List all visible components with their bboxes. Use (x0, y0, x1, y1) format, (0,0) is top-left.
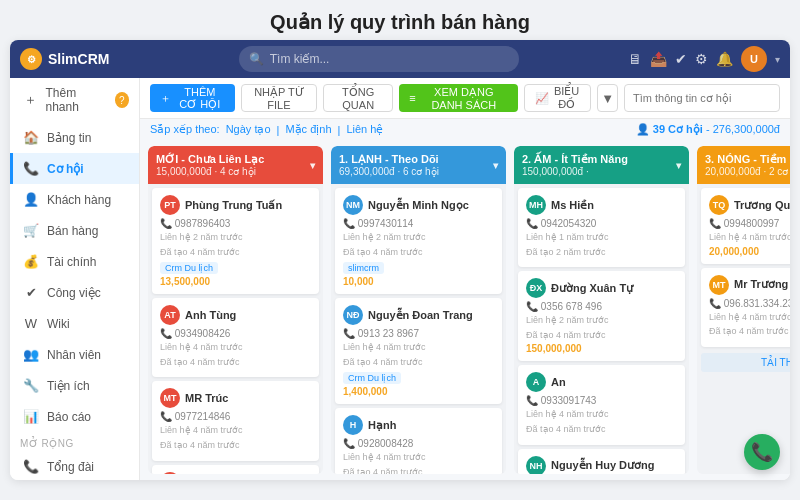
sidebar-item-ban-hang[interactable]: 🛒 Bán hàng (10, 215, 139, 246)
kanban-card[interactable]: AT Anh Tùng 📞 0934908426 Liên hệ 4 năm t… (152, 298, 319, 377)
card-created: Đã tạo 4 năm trước (160, 246, 311, 259)
card-created: Đã tạo 4 năm trước (160, 356, 311, 369)
sidebar-item-tien-ich[interactable]: 🔧 Tiện ích (10, 370, 139, 401)
see-more-button[interactable]: TẢI THÊM (701, 353, 790, 372)
settings-icon[interactable]: ⚙ (695, 51, 708, 67)
kanban-card[interactable]: PT Phùng Trung Tuấn 📞 0987896403 Liên hệ… (152, 188, 319, 294)
sidebar-item-tong-dai[interactable]: 📞 Tổng đài (10, 451, 139, 480)
col-header: 1. LẠNH - Theo Dõi 69,300,000đ · 6 cơ hộ… (331, 146, 506, 184)
phone-icon: 📞 (23, 161, 39, 176)
kanban-card[interactable]: NM Nguyễn Minh Ngọc 📞 0997430114 Liên hệ… (335, 188, 502, 294)
nhap-tu-file-button[interactable]: NHẬP TỪ FILE (241, 84, 317, 112)
card-contact: Liên hệ 4 năm trước (343, 451, 494, 464)
sidebar-item-label: Cơ hội (47, 162, 84, 176)
card-created: Đã tạo 4 năm trước (526, 423, 677, 436)
page-title: Quản lý quy trình bán hàng (270, 11, 530, 33)
kanban-card[interactable]: NĐ Nguyễn Đoan Trang 📞 0913 23 8967 Liên… (335, 298, 502, 404)
sidebar-item-wiki[interactable]: W Wiki (10, 308, 139, 339)
bieu-do-button[interactable]: 📈 BIỂU ĐỒ (524, 84, 591, 112)
tong-quan-button[interactable]: TỔNG QUAN (323, 84, 393, 112)
sidebar-item-label: Wiki (47, 317, 70, 331)
chevron-icon[interactable]: ▾ (493, 160, 498, 171)
team-icon: 👥 (23, 347, 39, 362)
money-icon: 💰 (23, 254, 39, 269)
kanban-card[interactable]: MT MR Trúc 📞 0977214846 Liên hệ 4 năm tr… (152, 381, 319, 460)
sidebar: ＋ Thêm nhanh ? 🏠 Bảng tin 📞 Cơ hội 👤 Khá… (10, 78, 140, 480)
card-avatar: NH (526, 456, 546, 474)
card-name: A An (526, 372, 677, 392)
sort-mac-dinh[interactable]: Mặc định (285, 123, 331, 136)
kanban-column-col-moi: MỚI - Chưa Liên Lạc 15,000,000đ · 4 cơ h… (148, 146, 323, 474)
sidebar-item-cong-viec[interactable]: ✔ Công việc (10, 277, 139, 308)
chevron-down-icon[interactable]: ▾ (775, 54, 780, 65)
sidebar-item-label: Công việc (47, 286, 101, 300)
card-avatar: A (526, 372, 546, 392)
card-phone: 📞 0987896403 (160, 218, 311, 229)
sort-ngay-tao[interactable]: Ngày tạo (226, 123, 271, 136)
floating-call-button[interactable]: 📞 (744, 434, 780, 470)
kanban-card[interactable]: NH Nguyễn Huy Dương 📞 0903 255 750 Liên … (518, 449, 685, 474)
kanban-column-col-nong: 3. NÓNG - Tiềm Năng 20,000,000đ · 2 cơ h… (697, 146, 790, 474)
page-title-bar: Quản lý quy trình bán hàng (0, 0, 800, 40)
chevron-icon[interactable]: ▾ (676, 160, 681, 171)
logo: ⚙ SlimCRM (20, 48, 109, 70)
card-avatar: LV (160, 472, 180, 474)
sidebar-item-label: Tổng đài (47, 460, 94, 474)
chevron-icon[interactable]: ▾ (310, 160, 315, 171)
card-phone: 📞 096.831.334.236 (709, 298, 790, 309)
search-bar[interactable]: 🔍 Tìm kiếm... (239, 46, 519, 72)
plus-icon: ＋ (160, 91, 171, 106)
xem-dang-danh-sach-button[interactable]: ≡ XEM DẠNG DANH SÁCH (399, 84, 518, 112)
screen-icon[interactable]: 🖥 (628, 51, 642, 67)
home-icon: 🏠 (23, 130, 39, 145)
sidebar-item-bao-cao[interactable]: 📊 Báo cáo (10, 401, 139, 432)
card-contact: Liên hệ 2 năm trước (160, 231, 311, 244)
avatar[interactable]: U (741, 46, 767, 72)
search-icon: 🔍 (249, 52, 264, 66)
kanban-card[interactable]: MH Ms Hiền 📞 0942054320 Liên hệ 1 năm tr… (518, 188, 685, 267)
share-icon[interactable]: 📤 (650, 51, 667, 67)
sidebar-item-tai-chinh[interactable]: 💰 Tài chính (10, 246, 139, 277)
card-amount: 13,500,000 (160, 276, 311, 287)
list-icon: ≡ (409, 92, 415, 104)
card-phone: 📞 0356 678 496 (526, 301, 677, 312)
sidebar-item-co-hoi[interactable]: 📞 Cơ hội (10, 153, 139, 184)
kanban-card[interactable]: H Hạnh 📞 0928008428 Liên hệ 4 năm trước … (335, 408, 502, 474)
card-avatar: PT (160, 195, 180, 215)
sort-bar: Sắp xếp theo: Ngày tạo | Mặc định | Liên… (140, 119, 790, 140)
sidebar-item-label: Tài chính (47, 255, 96, 269)
kanban-card[interactable]: A An 📞 0933091743 Liên hệ 4 năm trước Đã… (518, 365, 685, 444)
card-phone: 📞 0994800997 (709, 218, 790, 229)
kanban-card[interactable]: ĐX Đường Xuân Tự 📞 0356 678 496 Liên hệ … (518, 271, 685, 361)
kanban-card[interactable]: MT Mr Trương Quang Vinh 📞 096.831.334.23… (701, 268, 790, 347)
card-name: ĐX Đường Xuân Tự (526, 278, 677, 298)
them-co-hoi-button[interactable]: ＋ THÊM CƠ HỘI (150, 84, 235, 112)
card-avatar: AT (160, 305, 180, 325)
sidebar-item-nhan-vien[interactable]: 👥 Nhân viên (10, 339, 139, 370)
col-title: MỚI - Chưa Liên Lạc 15,000,000đ · 4 cơ h… (156, 153, 310, 177)
card-name: TQ Trương Quang Khải (709, 195, 790, 215)
kanban-card[interactable]: LV Lưu Văn Hải 📞 0966213497 Liên hệ 4 nă… (152, 465, 319, 474)
sidebar-item-them-nhanh[interactable]: ＋ Thêm nhanh ? (10, 78, 139, 122)
card-avatar: MT (160, 388, 180, 408)
card-phone: 📞 0928008428 (343, 438, 494, 449)
filter-button[interactable]: ▼ (597, 84, 618, 112)
col-body: TQ Trương Quang Khải 📞 0994800997 Liên h… (697, 184, 790, 474)
card-contact: Liên hệ 1 năm trước (526, 231, 677, 244)
card-tag: Crm Du lịch (160, 262, 218, 274)
bell-icon[interactable]: 🔔 (716, 51, 733, 67)
card-created: Đã tạo 4 năm trước (343, 466, 494, 474)
kanban-card[interactable]: TQ Trương Quang Khải 📞 0994800997 Liên h… (701, 188, 790, 264)
search-co-hoi-input[interactable] (624, 84, 780, 112)
card-avatar: ĐX (526, 278, 546, 298)
sidebar-item-khach-hang[interactable]: 👤 Khách hàng (10, 184, 139, 215)
sidebar-item-label: Khách hàng (47, 193, 111, 207)
col-header: 3. NÓNG - Tiềm Năng 20,000,000đ · 2 cơ h… (697, 146, 790, 184)
card-amount: 150,000,000 (526, 343, 677, 354)
card-contact: Liên hệ 4 năm trước (343, 341, 494, 354)
sidebar-item-bang-tin[interactable]: 🏠 Bảng tin (10, 122, 139, 153)
card-phone: 📞 0933091743 (526, 395, 677, 406)
check-icon[interactable]: ✔ (675, 51, 687, 67)
sort-lien-he[interactable]: Liên hệ (346, 123, 383, 136)
sidebar-item-label: Tiện ích (47, 379, 90, 393)
